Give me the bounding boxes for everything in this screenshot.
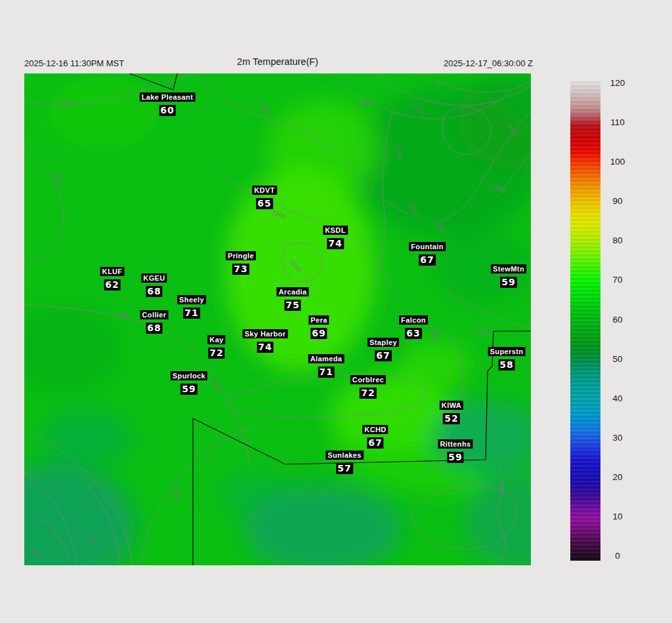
- colorbar-tick-label: 70: [603, 274, 632, 286]
- station-name: Kay: [207, 335, 225, 344]
- station-marker: KIWA 52: [440, 403, 463, 424]
- station-marker: Lake Pleasant 60: [140, 95, 196, 116]
- temperature-map: 2000200035003000350025002500200015001500…: [24, 73, 531, 565]
- colorbar-tick-label: 20: [603, 472, 632, 483]
- colorbar-tick-label: 100: [603, 156, 632, 168]
- station-marker: Sky Harbor 74: [243, 332, 288, 353]
- station-name: Collier: [140, 310, 168, 319]
- station-name: Pera: [308, 315, 329, 325]
- station-marker: Kay 72: [207, 338, 225, 359]
- station-marker: KGEU 68: [141, 276, 167, 297]
- station-marker: Spurlock 59: [171, 374, 207, 395]
- station-temperature: 74: [327, 238, 343, 249]
- colorbar-tick-label: 50: [603, 353, 632, 365]
- colorbar-tick-label: 0: [603, 550, 632, 562]
- station-name: Corblrec: [350, 375, 386, 384]
- station-name: Arcadia: [276, 287, 308, 296]
- station-marker: Alameda 71: [308, 357, 345, 378]
- station-name: KSDL: [323, 226, 348, 235]
- station-temperature: 67: [367, 437, 383, 449]
- station-temperature: 59: [500, 277, 516, 288]
- station-marker: Pera 69: [308, 318, 329, 339]
- station-name: Sky Harbor: [243, 329, 288, 338]
- station-name: Stapley: [368, 338, 399, 347]
- station-name: KDVT: [252, 186, 277, 195]
- station-temperature: 67: [375, 350, 391, 361]
- station-name: Pringle: [226, 251, 256, 260]
- colorbar-tick-label: 90: [603, 195, 632, 207]
- station-temperature: 69: [310, 328, 327, 339]
- station-name: Superstn: [488, 347, 526, 356]
- station-temperature: 75: [284, 300, 301, 311]
- station-name: KGEU: [141, 273, 167, 283]
- station-temperature: 67: [419, 254, 435, 266]
- station-temperature: 68: [146, 286, 162, 297]
- station-name: Falcon: [399, 315, 428, 325]
- station-marker: Stapley 67: [368, 340, 399, 361]
- station-marker: KLUF 62: [100, 270, 125, 291]
- station-temperature: 71: [318, 367, 334, 378]
- station-temperature: 59: [447, 452, 463, 463]
- colorbar-tick-label: 10: [603, 511, 632, 523]
- station-name: Sheely: [177, 295, 206, 304]
- station-marker: Fountain 67: [409, 245, 446, 266]
- station-marker: Pringle 73: [226, 254, 256, 275]
- station-marker: KSDL 74: [323, 228, 348, 249]
- station-name: KCHD: [362, 425, 388, 434]
- station-temperature: 65: [256, 198, 272, 209]
- contour-elevation-label: 1500: [497, 480, 505, 495]
- station-temperature: 59: [180, 384, 197, 395]
- station-marker: Falcon 63: [399, 318, 428, 339]
- station-marker: Rittenhs 59: [438, 442, 472, 463]
- colorbar-tick-label: 80: [603, 235, 632, 247]
- station-temperature: 57: [336, 463, 352, 474]
- station-marker: KCHD 67: [362, 428, 388, 449]
- station-temperature: 62: [104, 279, 120, 291]
- station-temperature: 73: [232, 264, 249, 275]
- colorbar: [570, 79, 600, 561]
- colorbar-tick-label: 30: [603, 432, 632, 444]
- station-temperature: 58: [498, 359, 514, 371]
- station-name: KIWA: [440, 401, 463, 410]
- station-marker: Sunlakes 57: [326, 453, 364, 474]
- station-marker: Arcadia 75: [276, 290, 308, 311]
- station-marker: KDVT 65: [252, 188, 277, 209]
- station-name: StewMtn: [491, 264, 526, 273]
- station-name: Spurlock: [171, 371, 207, 380]
- station-name: Alameda: [308, 354, 345, 363]
- station-name: Fountain: [409, 242, 446, 251]
- station-temperature: 60: [159, 105, 175, 116]
- colorbar-tick-label: 60: [603, 314, 632, 326]
- colorbar-tick-label: 110: [603, 117, 632, 129]
- station-name: Rittenhs: [438, 439, 472, 449]
- weather-map-page: { "header": { "left_timestamp": "2025-12…: [0, 0, 672, 623]
- station-marker: StewMtn 59: [491, 267, 526, 288]
- page-title: 2m Temperature(F): [237, 56, 318, 67]
- station-temperature: 74: [257, 342, 273, 353]
- temperature-field-graphic: [24, 73, 531, 565]
- station-name: KLUF: [100, 267, 125, 276]
- colorbar-tick-label: 40: [603, 393, 632, 405]
- station-name: Lake Pleasant: [140, 92, 196, 102]
- station-temperature: 68: [146, 323, 162, 334]
- station-temperature: 52: [443, 413, 459, 424]
- station-name: Sunlakes: [326, 451, 364, 460]
- station-temperature: 71: [183, 308, 200, 319]
- colorbar-tick-label: 120: [603, 77, 632, 89]
- left-timestamp: 2025-12-16 11:30PM MST: [24, 58, 124, 68]
- station-temperature: 72: [360, 388, 376, 399]
- station-marker: Collier 68: [140, 313, 168, 334]
- right-timestamp: 2025-12-17_06:30:00 Z: [444, 58, 533, 68]
- station-temperature: 63: [405, 328, 421, 339]
- station-marker: Corblrec 72: [350, 378, 386, 399]
- station-temperature: 72: [208, 348, 224, 359]
- station-marker: Superstn 58: [488, 350, 526, 371]
- station-marker: Sheely 71: [177, 298, 206, 319]
